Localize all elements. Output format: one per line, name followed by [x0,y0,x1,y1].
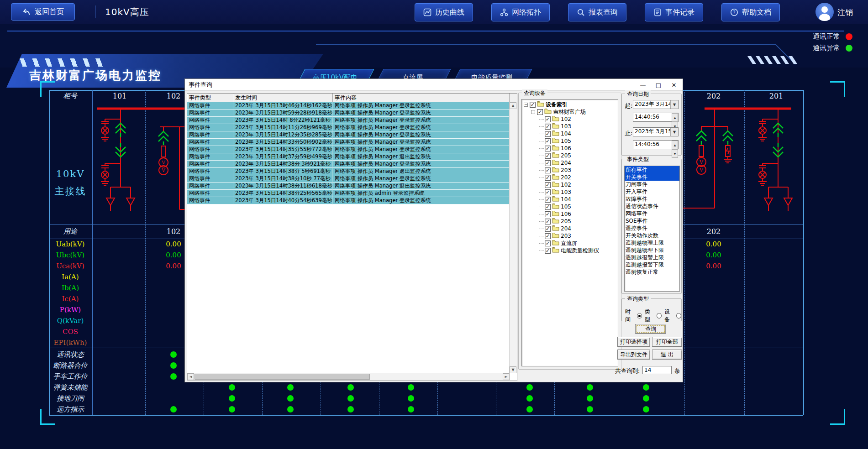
minimize-button[interactable]: — [635,79,651,91]
export-file-button[interactable]: 导出到文件 [617,350,650,360]
spin-up-icon[interactable]: ▲ [672,113,678,122]
from-time-spinner[interactable]: 14:40:56 ▲▼ [633,113,679,122]
tree-node-device-105[interactable]: ✓105 [522,137,618,145]
scroll-up-button[interactable]: ▲ [510,102,516,109]
close-button[interactable]: ✕ [666,79,682,91]
tree-checkbox[interactable]: ✓ [545,211,551,217]
dropdown-arrow-icon[interactable]: ▼ [670,100,678,109]
event-row[interactable]: 网络事件2023年 3月15日13时46分14秒162毫秒网络事项 操作员 Ma… [187,102,510,110]
tree-checkbox[interactable]: ✓ [545,248,551,254]
tree-checkbox[interactable]: ✓ [545,182,551,188]
horizontal-scrollbar[interactable]: ◄ ► [187,373,510,381]
event-type-item[interactable]: 遥测越物理下限 [625,246,679,254]
tree-node-device-202[interactable]: ✓202 [522,174,618,181]
tree-checkbox[interactable]: ✓ [545,116,551,122]
tree-checkbox[interactable]: ✓ [545,146,551,151]
tree-node-device-205[interactable]: ✓205 [522,152,618,159]
scroll-down-button[interactable]: ▼ [510,366,516,373]
tree-checkbox[interactable]: ✓ [545,233,551,239]
scroll-left-button[interactable]: ◄ [187,373,194,380]
hscroll-thumb[interactable] [195,374,370,380]
query-button[interactable]: 查询 [635,324,666,334]
tree-checkbox[interactable]: ✓ [545,167,551,173]
to-date-combo[interactable]: 2023年 3月15日 ▼ [633,127,679,136]
event-type-item[interactable]: 遥测越报警上限 [625,254,679,261]
tree-node-device-电能质量检测仪[interactable]: ✓电能质量检测仪 [522,247,618,254]
tree-node-device-103[interactable]: ✓103 [522,123,618,130]
tree-checkbox[interactable]: ✓ [545,197,551,203]
print-selected-button[interactable]: 打印选择项 [617,337,650,347]
tree-node-device-203[interactable]: ✓203 [522,232,618,240]
event-type-item[interactable]: 遥测越报警下限 [625,261,679,268]
tree-checkbox[interactable]: ✓ [530,102,536,108]
event-type-item[interactable]: 遥控事件 [625,224,679,232]
vertical-scrollbar[interactable]: ▲ ▼ [509,102,517,373]
tree-node-device-104[interactable]: ✓104 [522,196,618,203]
tree-checkbox[interactable]: ✓ [545,226,551,232]
event-row[interactable]: 网络事件2023年 3月15日14时38分11秒618毫秒网络事项 操作员 Ma… [187,183,510,190]
tree-node-device-203[interactable]: ✓203 [522,167,618,174]
col-header-event-type[interactable]: 事件类型 [187,94,233,102]
spin-up-icon[interactable]: ▲ [672,141,678,149]
event-type-item[interactable]: 遥测越物理上限 [625,239,679,246]
tree-checkbox[interactable]: ✓ [545,153,551,159]
event-type-item[interactable]: 开入事件 [625,188,679,195]
event-row[interactable]: 网络事件2023年 3月15日14时38分10秒 77毫秒网络事项 操作员 Ma… [187,175,510,183]
result-count-input[interactable]: 14 [642,366,672,374]
tree-expand-icon[interactable]: − [531,110,535,114]
event-row[interactable]: 网络事件2023年 3月15日14时38分25秒565毫秒网络事项 操作员 ad… [187,190,510,197]
event-row[interactable]: 网络事件2023年 3月15日14时37分59秒499毫秒网络事项 操作员 Ma… [187,153,510,161]
col-header-event-content[interactable]: 事件内容 [333,94,510,102]
event-row[interactable]: 网络事件2023年 3月15日14时33分50秒902毫秒网络事项 操作员 Ma… [187,139,510,146]
tree-node-device-105[interactable]: ✓105 [522,203,618,210]
tree-node-device-204[interactable]: ✓204 [522,159,618,167]
event-row[interactable]: 网络事件2023年 3月15日14时38分 5秒691毫秒网络事项 操作员 Ma… [187,168,510,175]
query-type-radio-类型[interactable] [657,313,662,318]
tree-node-site[interactable]: −✓吉林财富广场 [522,108,618,115]
maximize-button[interactable]: □ [651,79,666,91]
event-row[interactable]: 网络事件2023年 3月15日13时59分28秒918毫秒网络事项 操作员 Ma… [187,110,510,117]
tree-checkbox[interactable]: ✓ [545,131,551,137]
tree-node-device-102[interactable]: ✓102 [522,181,618,188]
tree-checkbox[interactable]: ✓ [545,160,551,166]
tree-node-device-102[interactable]: ✓102 [522,115,618,123]
tree-checkbox[interactable]: ✓ [537,109,543,115]
event-row[interactable]: 网络事件2023年 3月15日14时40分54秒639毫秒网络事项 操作员 Ma… [187,197,510,204]
tree-node-device-103[interactable]: ✓103 [522,188,618,196]
tree-checkbox[interactable]: ✓ [545,219,551,224]
spin-down-icon[interactable]: ▼ [672,149,678,158]
tree-checkbox[interactable]: ✓ [545,189,551,195]
to-time-spinner[interactable]: 14:40:56 ▲▼ [633,140,679,149]
tree-root-device-index[interactable]: −✓设备索引 [522,101,618,108]
print-all-button[interactable]: 打印全部 [652,337,682,347]
exit-button[interactable]: 退 出 [652,350,682,360]
event-row[interactable]: 网络事件2023年 3月15日14时12分35秒285毫秒网络事项 操作员 Ma… [187,131,510,139]
query-type-radio-设备[interactable] [676,313,681,318]
tree-node-device-106[interactable]: ✓106 [522,210,618,218]
event-type-item[interactable]: 所有事件 [625,166,679,173]
event-type-item[interactable]: 遥测恢复正常 [625,268,679,276]
event-type-item[interactable]: 网络事件 [625,210,679,217]
tree-node-device-204[interactable]: ✓204 [522,225,618,232]
query-type-radio-时间[interactable] [637,313,642,318]
tree-node-device-106[interactable]: ✓106 [522,145,618,152]
event-type-item[interactable]: 刀闸事件 [625,181,679,188]
event-row[interactable]: 网络事件2023年 3月15日14时35分55秒772毫秒网络事项 操作员 Ma… [187,146,510,153]
dialog-titlebar[interactable]: 事件查询 — □ ✕ [185,79,683,91]
event-type-item[interactable]: SOE事件 [625,217,679,224]
tree-checkbox[interactable]: ✓ [545,240,551,246]
event-row[interactable]: 网络事件2023年 3月15日14时38分 3秒921毫秒网络事项 操作员 Ma… [187,161,510,168]
dropdown-arrow-icon[interactable]: ▼ [670,128,678,136]
event-row[interactable]: 网络事件2023年 3月15日14时11分26秒969毫秒网络事项 操作员 Ma… [187,124,510,131]
scroll-right-button[interactable]: ► [503,373,510,380]
from-date-combo[interactable]: 2023年 3月14日 ▼ [633,100,679,109]
tree-expand-icon[interactable]: − [524,103,528,107]
event-type-item[interactable]: 开关事件 [625,173,679,181]
tree-checkbox[interactable]: ✓ [545,138,551,144]
tree-node-device-直流屏[interactable]: ✓直流屏 [522,240,618,247]
tree-checkbox[interactable]: ✓ [545,175,551,181]
event-row[interactable]: 网络事件2023年 3月15日14时 8分22秒121毫秒网络事项 操作员 Ma… [187,117,510,124]
event-type-item[interactable]: 故障事件 [625,195,679,203]
event-type-item[interactable]: 开关动作次数 [625,232,679,239]
col-header-event-time[interactable]: 发生时间 [233,94,333,102]
